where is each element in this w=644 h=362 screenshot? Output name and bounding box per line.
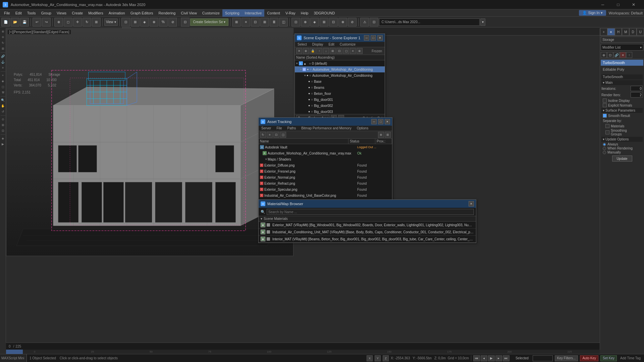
se-tb-btn-6[interactable]: ⊞ [330, 48, 336, 54]
step-fwd-btn[interactable]: ▸ [495, 355, 502, 361]
at-row-ext-refract[interactable]: T Exterior_Refract.png Found [259, 180, 392, 186]
create-icon[interactable]: + [0, 73, 6, 78]
smoothing-groups-checkbox[interactable] [605, 130, 609, 134]
modifier-list-dropdown[interactable]: Modifier List ▾ [601, 44, 643, 51]
tb-btn-7[interactable]: ◈ [140, 18, 149, 26]
key-filter-btn[interactable]: Key Filters... [555, 355, 578, 361]
se-tb-btn-4[interactable]: ↑ [316, 48, 322, 54]
scale-btn[interactable]: ⊞ [92, 18, 101, 26]
mod-icon-5[interactable]: ↑ [626, 52, 632, 58]
select-tool-icon[interactable]: ⊕ [0, 29, 6, 34]
tb-btn-16[interactable]: ≣ [270, 18, 278, 26]
se-minimize-button[interactable]: ─ [364, 35, 369, 41]
menu-group[interactable]: Group [38, 9, 54, 17]
se-menu-select[interactable]: Select [295, 42, 310, 47]
scene-explorer-titlebar[interactable]: S Scene Explorer - Scene Explorer 1 ─ □ … [295, 34, 385, 42]
timeline[interactable]: 0 / 225 0 25 50 75 100 125 150 175 200 2… [6, 343, 600, 354]
move-tool-icon[interactable]: ✛ [0, 35, 6, 40]
utilities-icon[interactable]: ⚒ [0, 90, 6, 95]
tb-btn-12[interactable]: ⊞ [232, 18, 241, 26]
menu-animation[interactable]: Animation [106, 9, 128, 17]
se-item-beams[interactable]: ● ○ Beams [295, 84, 385, 90]
at-menu-options[interactable]: Options [354, 126, 371, 131]
zoom-icon[interactable]: 🔍 [0, 98, 6, 103]
tb-btn-25[interactable]: ⚠ [360, 18, 369, 26]
turbosmooth-modifier-entry[interactable]: TurboSmooth [601, 60, 643, 66]
minimize-button[interactable]: ─ [595, 0, 610, 9]
scene-explorer-tree[interactable]: ▾ L ● ○ 0 (default) ▾ G ● ○ Automotive_W… [295, 60, 385, 114]
tb-btn-13[interactable]: ≡ [241, 18, 250, 26]
when-rendering-radio[interactable] [603, 147, 606, 150]
tb-btn-26[interactable]: ⊡ [370, 18, 378, 26]
update-options-header[interactable]: ▾ Update Options [601, 137, 643, 142]
se-tb-btn-3[interactable]: 🔒 [310, 48, 316, 54]
at-tb-btn-3[interactable]: ⊡ [273, 132, 279, 138]
redo-button[interactable]: ↪ [42, 18, 51, 26]
se-tb-btn-7[interactable]: ⊡ [336, 48, 342, 54]
create-tab-icon[interactable]: + [600, 28, 607, 36]
display-icon[interactable]: ◻ [0, 84, 6, 89]
modify-icon[interactable]: ◈ [0, 78, 6, 84]
frame-input[interactable] [533, 355, 553, 361]
mod-icon-3[interactable]: 🔗 [613, 52, 620, 58]
always-radio[interactable] [603, 143, 606, 146]
at-tb-btn-1[interactable]: ↻ [260, 132, 266, 138]
tb-btn-20[interactable]: ◈ [310, 18, 319, 26]
render-icon[interactable]: ▶ [0, 141, 6, 147]
hierarchy-icon[interactable]: ≡ [0, 65, 6, 70]
lock-z-btn[interactable]: Z [383, 355, 389, 361]
explicit-normals-checkbox[interactable] [603, 103, 607, 107]
se-menu-edit[interactable]: Edit [326, 42, 337, 47]
turbosmooth-header[interactable]: TurboSmooth [601, 74, 643, 79]
se-item-layer-default[interactable]: ▾ L ● ○ 0 (default) [295, 60, 385, 66]
storage-input[interactable] [601, 37, 644, 43]
menu-scripting[interactable]: Scripting [222, 9, 242, 17]
tb-btn-18[interactable]: ⊡ [291, 18, 300, 26]
at-row-maps-folder[interactable]: ▾ Maps / Shaders [259, 156, 392, 162]
add-time-tag-button[interactable]: Add Time Tag [619, 356, 642, 360]
tb-btn-22[interactable]: ⊡ [329, 18, 338, 26]
align-icon[interactable]: ⊡ [0, 128, 6, 133]
se-tb-btn-8[interactable]: ◻ [343, 48, 349, 54]
display-tab-icon[interactable]: D [629, 28, 637, 36]
set-key-button[interactable]: Set Key [600, 355, 617, 361]
se-tb-btn-9[interactable]: ≡ [350, 48, 356, 54]
at-close-button[interactable]: ✕ [385, 119, 390, 124]
at-tb-btn-5[interactable]: ⊕ [378, 132, 384, 138]
mb-material-exterior[interactable]: ▣ Exterior_MAT (VRayMtl) [Big_Window001,… [259, 222, 476, 229]
at-row-vault[interactable]: V Autodesk Vault Logged Out ... [259, 144, 392, 150]
pan-icon[interactable]: ✋ [0, 103, 6, 109]
material-browser-list[interactable]: ▣ Exterior_MAT (VRayMtl) [Big_Window001,… [259, 222, 476, 243]
tb-btn-21[interactable]: ⊞ [320, 18, 328, 26]
se-item-automotive-workshop[interactable]: ▾ G ● ○ Automotive_Workshop_Air_Conditio… [295, 66, 385, 72]
tb-btn-10[interactable]: ⊘ [168, 18, 177, 26]
tb-btn-11[interactable]: ⊡ [181, 18, 190, 26]
lock-x-btn[interactable]: X [367, 355, 373, 361]
mb-material-industrial[interactable]: ▣ Industrial_Air_Conditioning_Unit_MAT (… [259, 229, 476, 236]
tb-btn-8[interactable]: ⊕ [150, 18, 158, 26]
at-menu-server[interactable]: Server [259, 126, 274, 131]
tb-btn-9[interactable]: % [159, 18, 168, 26]
iterations-input[interactable] [631, 86, 643, 91]
select-object-btn[interactable]: ⊕ [54, 18, 63, 26]
se-tb-btn-5[interactable]: ↓ [323, 48, 329, 54]
menu-civil-view[interactable]: Civil View [178, 9, 199, 17]
mod-icon-2[interactable]: ⊡ [607, 52, 613, 58]
menu-3dground[interactable]: 3DGROUND [311, 9, 337, 17]
at-menu-bitmap[interactable]: Bitmap Performance and Memory [299, 126, 354, 131]
at-menu-file[interactable]: File [274, 126, 284, 131]
at-row-main-file[interactable]: F Automotive_Workshop_Air_Conditioning_m… [259, 150, 392, 156]
at-row-ext-normal[interactable]: T Exterior_Normal.png Found [259, 174, 392, 180]
at-row-ind-basecolor[interactable]: T Industrial_Air_Conditioning_Unit_BaseC… [259, 192, 392, 198]
material-browser-search-input[interactable] [267, 209, 474, 215]
se-item-beton[interactable]: ● ○ Beton_floor [295, 90, 385, 97]
close-button[interactable]: ✕ [626, 0, 641, 9]
render-iters-input[interactable] [631, 92, 643, 98]
isoline-checkbox[interactable] [603, 99, 607, 103]
rotate-tool-icon[interactable]: ↻ [0, 40, 6, 46]
menu-customize[interactable]: Customize [200, 9, 222, 17]
open-button[interactable]: 📂 [11, 18, 19, 26]
menu-content[interactable]: Content [264, 9, 283, 17]
tb-btn-19[interactable]: ⊕ [301, 18, 310, 26]
menu-file[interactable]: File [1, 9, 13, 17]
